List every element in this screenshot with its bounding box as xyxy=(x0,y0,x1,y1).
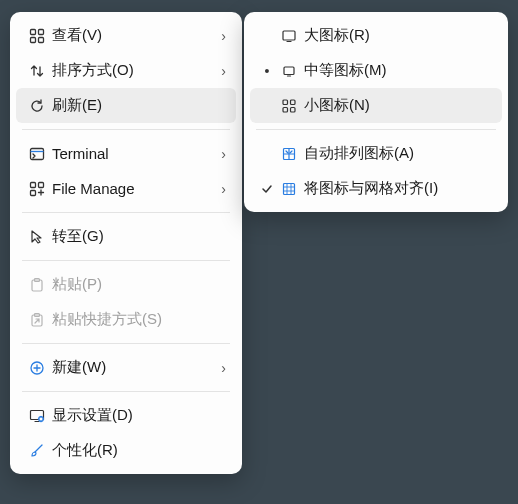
plus-circle-icon xyxy=(24,360,50,376)
menu-label: 自动排列图标(A) xyxy=(302,144,492,163)
svg-rect-17 xyxy=(283,100,288,105)
paste-icon xyxy=(24,277,50,293)
menu-label: 中等图标(M) xyxy=(302,61,492,80)
cursor-icon xyxy=(24,229,50,245)
terminal-icon xyxy=(24,146,50,162)
svg-rect-3 xyxy=(39,37,44,42)
menu-item-refresh[interactable]: 刷新(E) xyxy=(16,88,236,123)
menu-label: File Manage xyxy=(50,180,212,197)
submenu-item-medium-icons[interactable]: • 中等图标(M) xyxy=(250,53,502,88)
menu-label: 查看(V) xyxy=(50,26,212,45)
grid-icon xyxy=(24,28,50,44)
apps-icon xyxy=(24,181,50,197)
view-submenu: 大图标(R) • 中等图标(M) 小图标(N) xyxy=(244,12,508,212)
desktop-context-menu: 查看(V) › 排序方式(O) › 刷新(E) xyxy=(10,12,242,474)
svg-rect-6 xyxy=(39,182,44,187)
svg-rect-7 xyxy=(31,190,36,195)
display-settings-icon xyxy=(24,408,50,424)
chevron-right-icon: › xyxy=(212,360,226,376)
menu-label: 个性化(R) xyxy=(50,441,226,460)
menu-separator xyxy=(22,391,230,392)
paste-shortcut-icon xyxy=(24,312,50,328)
menu-separator xyxy=(22,260,230,261)
menu-item-view[interactable]: 查看(V) › xyxy=(16,18,236,53)
menu-label: 刷新(E) xyxy=(50,96,226,115)
menu-item-terminal[interactable]: Terminal › xyxy=(16,136,236,171)
align-grid-icon xyxy=(276,181,302,197)
svg-rect-1 xyxy=(39,29,44,34)
medium-icons-icon xyxy=(276,63,302,79)
menu-label: 排序方式(O) xyxy=(50,61,212,80)
svg-rect-5 xyxy=(31,182,36,187)
menu-item-file-manage[interactable]: File Manage › xyxy=(16,171,236,206)
menu-label: 新建(W) xyxy=(50,358,212,377)
menu-label: 粘贴(P) xyxy=(50,275,226,294)
menu-item-display-settings[interactable]: 显示设置(D) xyxy=(16,398,236,433)
svg-rect-0 xyxy=(31,29,36,34)
menu-item-goto[interactable]: 转至(G) xyxy=(16,219,236,254)
svg-rect-16 xyxy=(284,67,294,75)
menu-separator xyxy=(256,129,496,130)
menu-label: 大图标(R) xyxy=(302,26,492,45)
menu-label: 将图标与网格对齐(I) xyxy=(302,179,492,198)
menu-item-new[interactable]: 新建(W) › xyxy=(16,350,236,385)
svg-rect-18 xyxy=(291,100,296,105)
chevron-right-icon: › xyxy=(212,181,226,197)
submenu-item-large-icons[interactable]: 大图标(R) xyxy=(250,18,502,53)
auto-arrange-icon xyxy=(276,146,302,162)
svg-rect-20 xyxy=(291,107,296,112)
chevron-right-icon: › xyxy=(212,63,226,79)
check-marker-checked xyxy=(258,183,276,195)
svg-rect-22 xyxy=(284,183,295,194)
refresh-icon xyxy=(24,98,50,114)
menu-separator xyxy=(22,343,230,344)
menu-label: 转至(G) xyxy=(50,227,226,246)
menu-label: Terminal xyxy=(50,145,212,162)
menu-separator xyxy=(22,129,230,130)
menu-item-paste: 粘贴(P) xyxy=(16,267,236,302)
menu-item-sort[interactable]: 排序方式(O) › xyxy=(16,53,236,88)
sort-icon xyxy=(24,63,50,79)
chevron-right-icon: › xyxy=(212,146,226,162)
menu-separator xyxy=(22,212,230,213)
radio-marker-selected: • xyxy=(258,63,276,79)
menu-label: 小图标(N) xyxy=(302,96,492,115)
svg-rect-2 xyxy=(31,37,36,42)
menu-item-paste-shortcut: 粘贴快捷方式(S) xyxy=(16,302,236,337)
submenu-item-small-icons[interactable]: 小图标(N) xyxy=(250,88,502,123)
svg-rect-19 xyxy=(283,107,288,112)
menu-label: 粘贴快捷方式(S) xyxy=(50,310,226,329)
submenu-item-auto-arrange[interactable]: 自动排列图标(A) xyxy=(250,136,502,171)
svg-rect-15 xyxy=(283,31,295,40)
chevron-right-icon: › xyxy=(212,28,226,44)
menu-label: 显示设置(D) xyxy=(50,406,226,425)
submenu-item-align-grid[interactable]: 将图标与网格对齐(I) xyxy=(250,171,502,206)
large-icons-icon xyxy=(276,28,302,44)
menu-item-personalize[interactable]: 个性化(R) xyxy=(16,433,236,468)
small-icons-icon xyxy=(276,98,302,114)
brush-icon xyxy=(24,443,50,459)
